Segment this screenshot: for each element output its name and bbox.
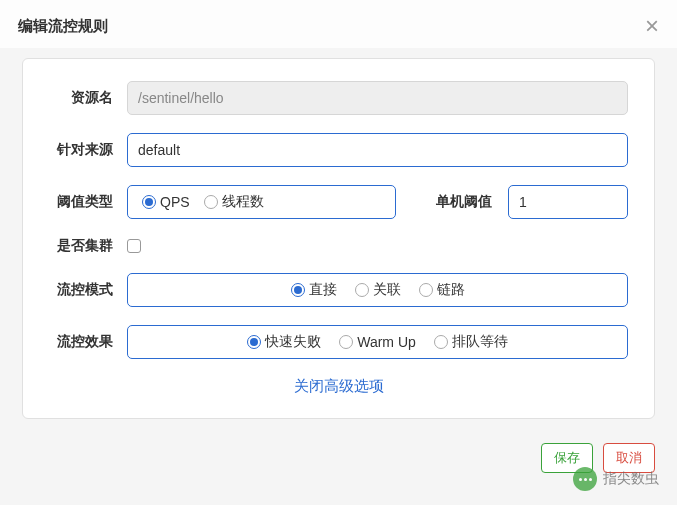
radio-label: QPS [160,194,190,210]
mode-option-relate[interactable]: 关联 [355,281,401,299]
radio-label: 直接 [309,281,337,299]
effect-row: 流控效果 快速失败 Warm Up 排队等待 [49,325,628,359]
effect-option-fastfail[interactable]: 快速失败 [247,333,321,351]
modal-footer: 保存 取消 [22,433,655,473]
threshold-value-input[interactable] [508,185,628,219]
effect-group: 快速失败 Warm Up 排队等待 [127,325,628,359]
threshold-type-group: QPS 线程数 [127,185,396,219]
source-input[interactable] [127,133,628,167]
radio-icon [434,335,448,349]
radio-icon [142,195,156,209]
close-advanced-link[interactable]: 关闭高级选项 [294,377,384,394]
radio-label: 关联 [373,281,401,299]
effect-option-warmup[interactable]: Warm Up [339,334,416,350]
resource-input [127,81,628,115]
mode-option-direct[interactable]: 直接 [291,281,337,299]
wechat-icon [573,467,597,491]
cluster-label: 是否集群 [49,237,127,255]
radio-icon [204,195,218,209]
threshold-unit-label: 单机阈值 [412,193,492,211]
radio-icon [355,283,369,297]
cluster-row: 是否集群 [49,237,628,255]
effect-option-queue[interactable]: 排队等待 [434,333,508,351]
modal-header: 编辑流控规则 × [0,0,677,48]
radio-label: Warm Up [357,334,416,350]
radio-icon [419,283,433,297]
threshold-option-qps[interactable]: QPS [142,194,190,210]
radio-icon [339,335,353,349]
threshold-row: 阈值类型 QPS 线程数 单机阈值 [49,185,628,219]
mode-label: 流控模式 [49,281,127,299]
advanced-toggle: 关闭高级选项 [49,377,628,396]
cluster-checkbox[interactable] [127,239,141,253]
radio-label: 排队等待 [452,333,508,351]
source-row: 针对来源 [49,133,628,167]
threshold-type-label: 阈值类型 [49,193,127,211]
mode-row: 流控模式 直接 关联 链路 [49,273,628,307]
close-icon[interactable]: × [645,14,659,38]
radio-label: 线程数 [222,193,264,211]
mode-option-chain[interactable]: 链路 [419,281,465,299]
resource-row: 资源名 [49,81,628,115]
radio-icon [291,283,305,297]
radio-icon [247,335,261,349]
source-label: 针对来源 [49,141,127,159]
threshold-option-threads[interactable]: 线程数 [204,193,264,211]
modal-title: 编辑流控规则 [18,17,108,36]
resource-label: 资源名 [49,89,127,107]
radio-label: 链路 [437,281,465,299]
radio-label: 快速失败 [265,333,321,351]
modal-body: 资源名 针对来源 阈值类型 QPS 线程数 单机阈值 [22,58,655,419]
watermark: 指尖数虫 [573,467,659,491]
effect-label: 流控效果 [49,333,127,351]
mode-group: 直接 关联 链路 [127,273,628,307]
watermark-text: 指尖数虫 [603,470,659,488]
